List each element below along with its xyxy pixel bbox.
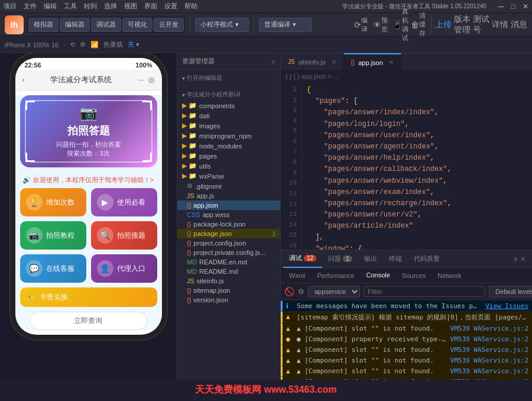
- msg-source[interactable]: VM539 WAService.js:2: [450, 367, 528, 375]
- agent-entry-btn[interactable]: 👤 代理入口: [91, 254, 157, 283]
- hotreload-toggle[interactable]: 关 ▾: [128, 40, 140, 49]
- file-appjs[interactable]: JS app.js: [177, 191, 280, 200]
- file-project-private[interactable]: {} project.private.config.js...: [177, 248, 280, 257]
- cloud-btn[interactable]: 云开发: [154, 18, 184, 32]
- mode-selector[interactable]: 小程序模式 ▾: [195, 18, 249, 32]
- message-btn[interactable]: 消息: [511, 17, 527, 33]
- msg-source[interactable]: VM539 WAService.js:2: [450, 378, 528, 380]
- menu-file[interactable]: 文件: [24, 2, 37, 11]
- file-tree-panel: 资源管理器 ≡ ▾ 打开的编辑器 ▾ 学法减分小程序新UI ▶ 📁 compon…: [177, 53, 281, 380]
- must-see-btn[interactable]: ▶ 使用必看: [91, 188, 157, 216]
- project-title[interactable]: ▾ 学法减分小程序新UI: [177, 89, 280, 101]
- file-project-config[interactable]: {} project.config.json: [177, 238, 280, 248]
- filter-icon[interactable]: ⚙: [298, 287, 304, 296]
- device-settings-icon[interactable]: ⚙: [80, 41, 86, 48]
- file-siteinfo[interactable]: JS siteinfo.js: [177, 276, 280, 286]
- customer-service-btn[interactable]: 💬 在线客服: [20, 254, 86, 283]
- testid-btn[interactable]: 测试号: [473, 17, 489, 33]
- devtools-tab-debug[interactable]: 调试 12: [283, 250, 322, 268]
- folder-wxparse[interactable]: ▶ 📁 wxParse: [177, 171, 280, 181]
- clear-cache-btn[interactable]: 🗑 清缓存: [411, 17, 427, 33]
- phone-menu-icon[interactable]: ···: [138, 76, 144, 84]
- phone-back-icon[interactable]: ‹: [22, 76, 25, 84]
- card-exchange-btn[interactable]: 🎫 卡密兑换: [20, 287, 157, 307]
- folder-miniprogram-npm[interactable]: ▶ 📁 miniprogram_npm: [177, 131, 280, 141]
- version-btn[interactable]: 版本管理: [454, 17, 471, 33]
- increase-count-btn[interactable]: 🏆 增加次数: [20, 188, 86, 216]
- file-readme[interactable]: MD README.md: [177, 267, 280, 276]
- devtools-tab-terminal[interactable]: 终端: [383, 250, 408, 268]
- folder-pages[interactable]: ▶ 📁 pages: [177, 151, 280, 161]
- preview-btn[interactable]: 👁 预览: [373, 17, 390, 33]
- file-appwxss[interactable]: CSS app.wxss: [177, 210, 280, 219]
- file-version[interactable]: {} version.json: [177, 295, 280, 305]
- msg-source[interactable]: VM539 WAService.js:2: [450, 357, 528, 364]
- photo-tutorial-btn[interactable]: 📷 拍照教程: [20, 221, 86, 250]
- menu-tools[interactable]: 工具: [64, 2, 77, 11]
- menu-goto[interactable]: 转到: [84, 2, 97, 11]
- minimize-btn[interactable]: ─: [498, 2, 504, 11]
- file-label: README.en.md: [199, 258, 247, 266]
- devtools-tab-quality[interactable]: 代码质量: [408, 250, 446, 268]
- real-debug-btn[interactable]: 📱 真机调试: [392, 17, 408, 33]
- subtab-wxml[interactable]: Wxml: [283, 267, 312, 284]
- level-select[interactable]: Default levels ▼: [489, 286, 532, 297]
- editor-btn[interactable]: 编辑器: [60, 18, 90, 32]
- folder-node-modules[interactable]: ▶ 📁 node_modules: [177, 141, 280, 151]
- devtools-tab-output[interactable]: 输出: [358, 250, 383, 268]
- source-select[interactable]: appservice: [308, 286, 360, 297]
- upload-btn[interactable]: 上传: [435, 17, 452, 33]
- file-package-lock[interactable]: {} package-lock.json: [177, 219, 280, 229]
- file-panel-menu-icon[interactable]: ≡: [272, 58, 275, 65]
- file-package[interactable]: {} package.json 1: [177, 229, 280, 238]
- subtab-performance[interactable]: Performance: [312, 267, 361, 284]
- maximize-btn[interactable]: □: [511, 2, 515, 11]
- menu-view[interactable]: 视图: [124, 2, 137, 11]
- tab-label: app.json: [358, 59, 383, 66]
- msg-source[interactable]: VM539 WAService.js:2: [450, 346, 528, 354]
- msg-source[interactable]: VM539 WAService.js:2: [450, 335, 528, 343]
- close-btn[interactable]: ✕: [523, 2, 528, 11]
- compile-btn[interactable]: ⟳ 编译: [354, 17, 371, 33]
- compile-selector[interactable]: 普通编译 ▾: [259, 18, 312, 32]
- devtools-tab-issues[interactable]: 问题 1: [322, 250, 358, 268]
- folder-components[interactable]: ▶ 📁 components: [177, 101, 280, 111]
- tab-appjson[interactable]: {} app.json ✕: [344, 53, 401, 71]
- subtab-network[interactable]: Network: [432, 267, 467, 284]
- file-sitemap[interactable]: {} sitemap.json: [177, 286, 280, 295]
- subtab-console[interactable]: Console: [360, 267, 395, 284]
- wifi-icon[interactable]: 📶: [90, 41, 99, 48]
- file-appjson[interactable]: {} app.json: [177, 200, 280, 210]
- view-link[interactable]: View Issues: [485, 302, 528, 310]
- menu-select[interactable]: 选择: [104, 2, 117, 11]
- menu-help[interactable]: 帮助: [184, 2, 197, 11]
- tab-siteinfo[interactable]: JS siteinfo.js ✕: [281, 53, 344, 71]
- code-area[interactable]: 12345 678910 111213141516 { "pages": [ "…: [281, 82, 532, 250]
- devtools-close-btn[interactable]: ∧ ✕: [510, 255, 530, 263]
- simulator-btn[interactable]: 模拟器: [28, 18, 59, 32]
- tab-close-icon[interactable]: ✕: [389, 59, 394, 66]
- tab-close-icon[interactable]: ✕: [332, 59, 336, 65]
- menu-edit[interactable]: 编辑: [44, 2, 57, 11]
- phone-hero[interactable]: 📷 拍照答题 问题拍一拍，秒出答案 搜索次数：3次: [20, 95, 157, 167]
- folder-dati[interactable]: ▶ 📁 dati: [177, 111, 280, 121]
- open-editors-title[interactable]: ▾ 打开的编辑器: [177, 72, 280, 84]
- rotate-icon[interactable]: ⟲: [70, 41, 75, 48]
- subtab-sources[interactable]: Sources: [396, 267, 432, 284]
- photo-search-btn[interactable]: 🔍 拍照搜题: [91, 221, 157, 250]
- file-readme-en[interactable]: MD README.en.md: [177, 257, 280, 267]
- phone-search-icon[interactable]: ◎: [148, 76, 154, 84]
- debugger-btn[interactable]: 调试器: [91, 18, 121, 32]
- file-gitignore[interactable]: ⚙ .gitignore: [177, 181, 280, 191]
- clear-console-icon[interactable]: 🚫: [284, 287, 294, 296]
- msg-source[interactable]: VM539 WAService.js:2: [450, 325, 528, 332]
- folder-utils[interactable]: ▶ 📁 utils: [177, 161, 280, 171]
- filter-input[interactable]: [364, 286, 485, 297]
- details-btn[interactable]: 详情: [492, 17, 508, 33]
- menu-interface[interactable]: 界面: [144, 2, 157, 11]
- menu-project[interactable]: 项目: [4, 2, 17, 11]
- menu-settings[interactable]: 设置: [164, 2, 177, 11]
- folder-images[interactable]: ▶ 📁 images: [177, 121, 280, 131]
- query-btn[interactable]: 立即查询: [30, 312, 147, 330]
- visualize-btn[interactable]: 可视化: [122, 18, 153, 32]
